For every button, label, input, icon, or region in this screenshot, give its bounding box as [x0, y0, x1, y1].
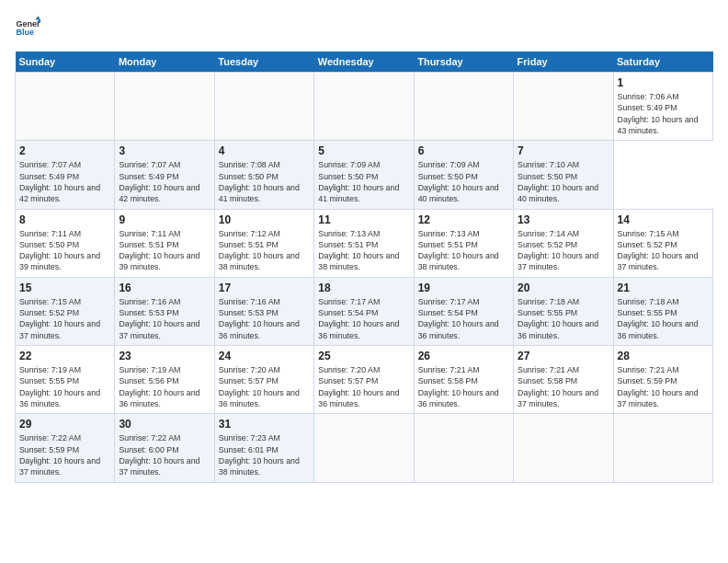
- calendar-cell: 27Sunrise: 7:21 AMSunset: 5:58 PMDayligh…: [514, 346, 613, 414]
- calendar-cell: 14Sunrise: 7:15 AMSunset: 5:52 PMDayligh…: [613, 209, 712, 277]
- day-number: 28: [618, 350, 709, 362]
- day-number: 3: [119, 144, 210, 157]
- col-header-wednesday: Wednesday: [314, 52, 414, 73]
- day-info: Sunrise: 7:10 AMSunset: 5:50 PMDaylight:…: [518, 159, 609, 204]
- day-info: Sunrise: 7:11 AMSunset: 5:50 PMDaylight:…: [19, 228, 110, 273]
- calendar-cell: 2Sunrise: 7:07 AMSunset: 5:49 PMDaylight…: [16, 141, 115, 209]
- day-info: Sunrise: 7:21 AMSunset: 5:58 PMDaylight:…: [518, 364, 609, 409]
- day-info: Sunrise: 7:14 AMSunset: 5:52 PMDaylight:…: [518, 228, 609, 273]
- calendar-cell: 24Sunrise: 7:20 AMSunset: 5:57 PMDayligh…: [214, 346, 313, 414]
- day-info: Sunrise: 7:13 AMSunset: 5:51 PMDaylight:…: [318, 228, 409, 273]
- day-info: Sunrise: 7:09 AMSunset: 5:50 PMDaylight:…: [418, 159, 509, 204]
- calendar-cell: 31Sunrise: 7:23 AMSunset: 6:01 PMDayligh…: [214, 414, 313, 482]
- calendar-cell: 19Sunrise: 7:17 AMSunset: 5:54 PMDayligh…: [414, 277, 513, 345]
- day-info: Sunrise: 7:15 AMSunset: 5:52 PMDaylight:…: [19, 296, 110, 341]
- header-row: SundayMondayTuesdayWednesdayThursdayFrid…: [16, 52, 713, 73]
- calendar-cell: [314, 73, 414, 141]
- day-number: 1: [618, 76, 709, 89]
- col-header-saturday: Saturday: [613, 52, 712, 73]
- calendar-cell: [514, 414, 613, 482]
- svg-text:General: General: [16, 19, 40, 29]
- col-header-monday: Monday: [115, 52, 214, 73]
- day-info: Sunrise: 7:12 AMSunset: 5:51 PMDaylight:…: [219, 228, 310, 273]
- day-info: Sunrise: 7:19 AMSunset: 5:55 PMDaylight:…: [19, 364, 110, 409]
- day-number: 18: [318, 282, 409, 294]
- calendar-cell: 25Sunrise: 7:20 AMSunset: 5:57 PMDayligh…: [314, 346, 414, 414]
- day-number: 7: [518, 144, 609, 157]
- calendar-cell: 4Sunrise: 7:08 AMSunset: 5:50 PMDaylight…: [214, 141, 313, 209]
- calendar-cell: 6Sunrise: 7:09 AMSunset: 5:50 PMDaylight…: [414, 141, 513, 209]
- calendar-cell: 23Sunrise: 7:19 AMSunset: 5:56 PMDayligh…: [115, 346, 214, 414]
- calendar-cell: 5Sunrise: 7:09 AMSunset: 5:50 PMDaylight…: [314, 141, 414, 209]
- calendar-cell: [414, 414, 513, 482]
- logo: General Blue: [15, 15, 40, 40]
- week-row-2: 2Sunrise: 7:07 AMSunset: 5:49 PMDaylight…: [16, 141, 713, 209]
- calendar-cell: 22Sunrise: 7:19 AMSunset: 5:55 PMDayligh…: [16, 346, 115, 414]
- calendar-cell: [514, 73, 613, 141]
- week-row-5: 22Sunrise: 7:19 AMSunset: 5:55 PMDayligh…: [16, 346, 713, 414]
- day-info: Sunrise: 7:09 AMSunset: 5:50 PMDaylight:…: [318, 159, 409, 204]
- day-number: 20: [518, 282, 609, 294]
- day-number: 29: [19, 418, 110, 431]
- day-info: Sunrise: 7:18 AMSunset: 5:55 PMDaylight:…: [618, 296, 709, 341]
- calendar-cell: 30Sunrise: 7:22 AMSunset: 6:00 PMDayligh…: [115, 414, 214, 482]
- day-number: 24: [219, 350, 310, 362]
- day-number: 2: [19, 144, 110, 157]
- calendar-cell: [16, 73, 115, 141]
- calendar-cell: 10Sunrise: 7:12 AMSunset: 5:51 PMDayligh…: [214, 209, 313, 277]
- day-info: Sunrise: 7:17 AMSunset: 5:54 PMDaylight:…: [418, 296, 509, 341]
- day-info: Sunrise: 7:13 AMSunset: 5:51 PMDaylight:…: [418, 228, 509, 273]
- page-header: General Blue: [15, 15, 713, 40]
- calendar-cell: 9Sunrise: 7:11 AMSunset: 5:51 PMDaylight…: [115, 209, 214, 277]
- day-number: 19: [418, 282, 509, 294]
- calendar-cell: [115, 73, 214, 141]
- day-info: Sunrise: 7:08 AMSunset: 5:50 PMDaylight:…: [219, 159, 310, 204]
- day-number: 10: [219, 213, 310, 226]
- day-info: Sunrise: 7:11 AMSunset: 5:51 PMDaylight:…: [119, 228, 210, 273]
- day-info: Sunrise: 7:06 AMSunset: 5:49 PMDaylight:…: [618, 91, 709, 136]
- day-number: 12: [418, 213, 509, 226]
- day-number: 23: [119, 350, 210, 362]
- day-number: 11: [318, 213, 409, 226]
- day-number: 30: [119, 418, 210, 431]
- calendar-table: SundayMondayTuesdayWednesdayThursdayFrid…: [15, 52, 713, 483]
- day-info: Sunrise: 7:21 AMSunset: 5:58 PMDaylight:…: [418, 364, 509, 409]
- calendar-cell: 16Sunrise: 7:16 AMSunset: 5:53 PMDayligh…: [115, 277, 214, 345]
- col-header-sunday: Sunday: [16, 52, 115, 73]
- calendar-cell: 29Sunrise: 7:22 AMSunset: 5:59 PMDayligh…: [16, 414, 115, 482]
- page-container: General Blue SundayMondayTuesdayWednesda…: [0, 0, 728, 490]
- calendar-cell: 1Sunrise: 7:06 AMSunset: 5:49 PMDaylight…: [613, 73, 712, 141]
- day-info: Sunrise: 7:20 AMSunset: 5:57 PMDaylight:…: [318, 364, 409, 409]
- day-info: Sunrise: 7:18 AMSunset: 5:55 PMDaylight:…: [518, 296, 609, 341]
- calendar-cell: 15Sunrise: 7:15 AMSunset: 5:52 PMDayligh…: [16, 277, 115, 345]
- day-info: Sunrise: 7:22 AMSunset: 6:00 PMDaylight:…: [119, 432, 210, 477]
- day-number: 14: [618, 213, 709, 226]
- calendar-cell: 21Sunrise: 7:18 AMSunset: 5:55 PMDayligh…: [613, 277, 712, 345]
- day-info: Sunrise: 7:22 AMSunset: 5:59 PMDaylight:…: [19, 432, 110, 477]
- day-number: 21: [618, 282, 709, 294]
- calendar-cell: 18Sunrise: 7:17 AMSunset: 5:54 PMDayligh…: [314, 277, 414, 345]
- calendar-cell: 8Sunrise: 7:11 AMSunset: 5:50 PMDaylight…: [16, 209, 115, 277]
- day-info: Sunrise: 7:20 AMSunset: 5:57 PMDaylight:…: [219, 364, 310, 409]
- col-header-tuesday: Tuesday: [214, 52, 313, 73]
- calendar-cell: [613, 414, 712, 482]
- day-number: 8: [19, 213, 110, 226]
- day-info: Sunrise: 7:16 AMSunset: 5:53 PMDaylight:…: [119, 296, 210, 341]
- calendar-cell: 20Sunrise: 7:18 AMSunset: 5:55 PMDayligh…: [514, 277, 613, 345]
- day-info: Sunrise: 7:19 AMSunset: 5:56 PMDaylight:…: [119, 364, 210, 409]
- day-info: Sunrise: 7:17 AMSunset: 5:54 PMDaylight:…: [318, 296, 409, 341]
- day-number: 31: [219, 418, 310, 431]
- day-number: 13: [518, 213, 609, 226]
- col-header-friday: Friday: [514, 52, 613, 73]
- day-number: 9: [119, 213, 210, 226]
- day-number: 27: [518, 350, 609, 362]
- calendar-cell: 17Sunrise: 7:16 AMSunset: 5:53 PMDayligh…: [214, 277, 313, 345]
- day-number: 17: [219, 282, 310, 294]
- calendar-cell: 11Sunrise: 7:13 AMSunset: 5:51 PMDayligh…: [314, 209, 414, 277]
- day-number: 5: [318, 144, 409, 157]
- day-number: 26: [418, 350, 509, 362]
- calendar-cell: 3Sunrise: 7:07 AMSunset: 5:49 PMDaylight…: [115, 141, 214, 209]
- day-info: Sunrise: 7:21 AMSunset: 5:59 PMDaylight:…: [618, 364, 709, 409]
- calendar-cell: [214, 73, 313, 141]
- day-info: Sunrise: 7:07 AMSunset: 5:49 PMDaylight:…: [119, 159, 210, 204]
